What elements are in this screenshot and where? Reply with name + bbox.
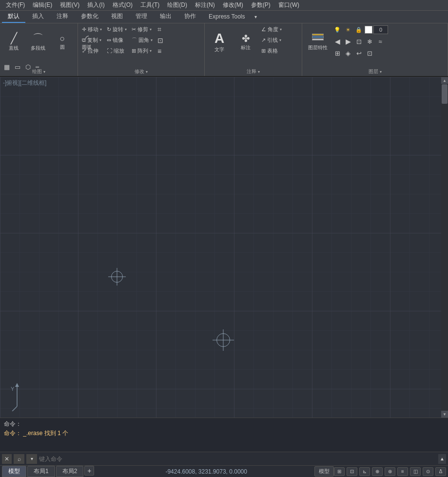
- leader-button[interactable]: ↗ 引线 ▾: [259, 35, 284, 45]
- mirror-button[interactable]: ⇔ 镜像: [105, 35, 129, 45]
- status-transparency-button[interactable]: ◫: [410, 467, 421, 476]
- modify-col1: ✛ 移动 ▾ ⧉ 复制 ▾ ⤢ 拉伸: [80, 24, 104, 56]
- status-snap-button[interactable]: ⊡: [347, 467, 357, 476]
- menu-window[interactable]: 窗口(W): [274, 0, 303, 10]
- svg-marker-3: [15, 383, 19, 387]
- status-grid-button[interactable]: ⊞: [334, 467, 345, 476]
- status-select-button[interactable]: ⊙: [423, 467, 433, 476]
- layer-extra3-icon[interactable]: ↩: [354, 49, 364, 57]
- text-button[interactable]: A 文字: [207, 24, 232, 59]
- status-osnap-button[interactable]: ⊛: [385, 467, 395, 476]
- modify-section-label[interactable]: 修改 ▾: [78, 68, 204, 75]
- tab-model[interactable]: 模型: [2, 466, 26, 477]
- tab-default[interactable]: 默认: [2, 11, 25, 23]
- rotate-button[interactable]: ↻ 旋转 ▾: [105, 24, 129, 34]
- angle-button[interactable]: ∠ 角度 ▾: [259, 24, 284, 34]
- stretch-icon: ⤢: [82, 48, 86, 54]
- copy-label: 复制: [87, 37, 98, 44]
- scroll-up-button[interactable]: ▲: [441, 77, 448, 84]
- layer-freeze-icon[interactable]: ❄: [365, 37, 374, 46]
- layer-color-swatch[interactable]: [365, 26, 372, 34]
- circle-button[interactable]: ○ 圆: [51, 24, 74, 59]
- tab-view[interactable]: 视图: [105, 11, 129, 23]
- layer-isolate-icon[interactable]: ⊡: [354, 37, 364, 46]
- scroll-thumb[interactable]: [442, 84, 448, 104]
- canvas-area[interactable]: -]俯视][二维线框] Y ▲ ▼: [0, 77, 448, 418]
- menu-tools[interactable]: 工具(T): [136, 0, 163, 10]
- layer-extra1-icon[interactable]: ⊞: [332, 49, 342, 57]
- layer-sun-icon[interactable]: ☀: [343, 25, 353, 34]
- fillet-button[interactable]: ⌒ 圆角 ▾: [130, 35, 155, 45]
- layer-extra4-icon[interactable]: ⊡: [365, 49, 374, 57]
- move-label: 移动: [88, 26, 98, 33]
- layer-next-icon[interactable]: ▶: [343, 37, 353, 46]
- menu-file[interactable]: 文件(F): [2, 0, 29, 10]
- layer-on-icon[interactable]: 💡: [332, 25, 342, 34]
- tab-express-tools[interactable]: Express Tools: [203, 12, 251, 22]
- menu-param[interactable]: 参数(P): [247, 0, 274, 10]
- layer-extra2-icon[interactable]: ◈: [343, 49, 353, 57]
- draw-section-label[interactable]: 绘图 ▾: [0, 68, 78, 75]
- tab-collaborate[interactable]: 协作: [178, 11, 202, 23]
- scroll-track[interactable]: [441, 84, 448, 411]
- table-label: 表格: [267, 47, 278, 55]
- mark-button[interactable]: ✤ 标注: [233, 24, 258, 59]
- array-button[interactable]: ⊞ 阵列 ▾: [130, 46, 155, 56]
- scroll-down-button[interactable]: ▼: [441, 411, 448, 418]
- stretch-button[interactable]: ⤢ 拉伸: [80, 46, 104, 56]
- layer-number-input[interactable]: [373, 25, 388, 34]
- leader-icon: ↗: [261, 37, 266, 43]
- status-polar-button[interactable]: ⊕: [372, 467, 383, 476]
- fillet-label: 圆角: [138, 37, 149, 44]
- tab-parametric[interactable]: 参数化: [75, 11, 104, 23]
- modify-extra3[interactable]: ≡: [156, 46, 165, 56]
- line-button[interactable]: ╱ 直线: [2, 24, 25, 59]
- modify-extra2[interactable]: ⊡: [156, 36, 165, 45]
- polyline-button[interactable]: ⌒ 多段线: [26, 24, 50, 59]
- copy-button[interactable]: ⧉ 复制 ▾: [80, 35, 104, 45]
- tab-annotation[interactable]: 注释: [51, 11, 74, 23]
- annotation-section-label[interactable]: 注释 ▾: [205, 68, 302, 75]
- menu-insert[interactable]: 插入(I): [83, 0, 108, 10]
- command-dropdown-button[interactable]: ▾: [26, 454, 37, 464]
- tab-insert[interactable]: 插入: [26, 11, 50, 23]
- status-ortho-button[interactable]: ⊾: [359, 467, 370, 476]
- menu-draw[interactable]: 绘图(D): [163, 0, 191, 10]
- command-input[interactable]: [39, 456, 436, 462]
- add-layout-button[interactable]: +: [84, 466, 94, 476]
- array-icon: ⊞: [132, 48, 136, 54]
- scale-label: 缩放: [114, 47, 124, 55]
- status-annotation-scale-button[interactable]: Δ: [435, 467, 446, 476]
- layer-row2: ◀ ▶ ⊡ ❄ ≈: [332, 36, 446, 47]
- tab-output[interactable]: 输出: [154, 11, 177, 23]
- tab-layout2[interactable]: 布局2: [56, 466, 84, 477]
- menu-edit[interactable]: 编辑(E): [29, 0, 56, 10]
- copy-icon: ⧉: [82, 37, 86, 43]
- trim-button[interactable]: ✂ 修剪 ▾: [130, 24, 155, 34]
- command-close-button[interactable]: ✕: [2, 454, 12, 464]
- tab-layout1[interactable]: 布局1: [27, 466, 55, 477]
- command-input-bar: ✕ ⌕ ▾ ▲: [0, 452, 448, 465]
- table-button[interactable]: ⊞ 表格: [259, 46, 284, 56]
- move-button[interactable]: ✛ 移动 ▾: [80, 24, 104, 34]
- menu-modify[interactable]: 修改(M): [219, 0, 247, 10]
- command-search-button[interactable]: ⌕: [14, 454, 24, 464]
- command-scroll-button[interactable]: ▲: [438, 454, 446, 464]
- layer-match-icon[interactable]: ≈: [375, 37, 385, 46]
- modify-extra1[interactable]: ⌗: [156, 24, 165, 35]
- layer-lock-icon[interactable]: 🔒: [354, 25, 364, 34]
- status-model-button[interactable]: 模型: [314, 466, 334, 477]
- tab-manage[interactable]: 管理: [130, 11, 153, 23]
- view-label: -]俯视][二维线框]: [3, 79, 46, 87]
- menu-bar: 文件(F) 编辑(E) 视图(V) 插入(I) 格式(O) 工具(T) 绘图(D…: [0, 0, 448, 11]
- layer-prev-icon[interactable]: ◀: [332, 37, 342, 46]
- right-scrollbar: ▲ ▼: [441, 77, 448, 418]
- menu-format[interactable]: 格式(O): [109, 0, 136, 10]
- scale-button[interactable]: ⛶ 缩放: [105, 46, 129, 56]
- tab-more-dropdown[interactable]: ▾: [252, 13, 260, 20]
- menu-view[interactable]: 视图(V): [56, 0, 83, 10]
- status-lineweight-button[interactable]: ≡: [397, 467, 408, 476]
- menu-dimension[interactable]: 标注(N): [191, 0, 219, 10]
- layer-section-label[interactable]: 图层 ▾: [302, 68, 448, 75]
- layer-properties-button[interactable]: 图层特性: [304, 24, 331, 59]
